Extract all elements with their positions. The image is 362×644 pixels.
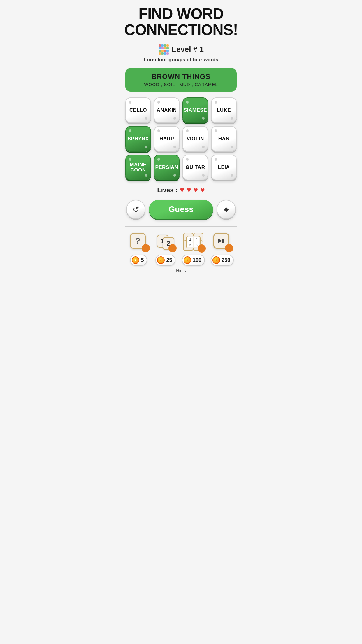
tile-mainecoon[interactable]: MAINECOON [125,155,151,180]
tile-text: SIAMESE [183,106,208,115]
erase-button[interactable]: ◆ [217,200,236,219]
dot-tl [186,158,189,161]
tile-anakin[interactable]: ANAKIN [154,97,180,123]
tile-leia[interactable]: LEIA [211,155,237,180]
tile-persian[interactable]: PERSIAN [154,155,180,180]
tile-siamese[interactable]: SIAMESE [182,97,208,123]
dot-br [202,174,205,177]
dot-br [231,117,233,120]
svg-rect-4 [159,47,161,49]
tile-violin[interactable]: VIOLIN [182,126,208,152]
dot-tl [157,101,160,104]
svg-rect-14 [164,52,166,55]
shuffle-button[interactable]: ↺ [126,200,145,219]
dot-tl [215,158,217,161]
svg-rect-15 [166,52,169,55]
hint-multi-cost: ★ 100 [182,255,205,266]
controls-row: ↺ Guess ◆ [125,200,237,219]
level-label: Level # 1 [172,45,204,54]
hint-reveal-amount: 5 [141,257,144,263]
lives-row: Lives : ♥ ♥ ♥ ♥ [157,186,205,195]
svg-rect-9 [161,50,164,52]
dot-br [173,174,176,177]
found-group-title: BROWN THINGS [131,73,231,81]
svg-rect-7 [166,47,169,49]
hint-swap-cost: ★ 25 [155,255,175,266]
tile-text: ANAKIN [156,106,177,115]
erase-icon: ◆ [224,206,229,213]
heart-1: ♥ [180,186,184,195]
dot-br [231,174,233,177]
svg-rect-12 [159,52,161,55]
svg-rect-6 [164,47,166,49]
dot-br [173,146,176,148]
tile-guitar[interactable]: GUITAR [182,155,208,180]
hint-skip[interactable]: ★ 250 [211,231,234,266]
dot-br [202,146,205,148]
svg-rect-11 [166,50,169,52]
level-row: Level # 1 [158,44,204,55]
dot-br [145,146,147,148]
hint-reveal-cost: ★ 5 [130,255,147,266]
hint-skip-amount: 250 [222,257,230,263]
hint-skip-cost: ★ 250 [211,255,234,266]
dot-br [173,117,176,120]
heart-3: ♥ [194,186,198,195]
hint-swap-amount: 25 [166,257,172,263]
svg-rect-10 [164,50,166,52]
heart-2: ♥ [187,186,191,195]
svg-rect-13 [161,52,164,55]
tile-cello[interactable]: CELLO [125,97,151,123]
app-container: FIND WORD CONNECTIONS! Level # 1 Form fo… [121,0,241,278]
tile-harp[interactable]: HARP [154,126,180,152]
dot-tl [186,101,189,104]
svg-rect-17 [222,239,224,243]
hint-swap[interactable]: 1 2 ★ 25 [155,231,176,266]
coin-icon: ★ [157,256,165,264]
num-2: 2 [187,242,193,247]
coin-icon: ★ [212,256,220,264]
tile-luke[interactable]: LUKE [211,97,237,123]
question-icon: ? [135,236,140,246]
subtitle: Form four groups of four words [144,57,218,63]
skip-icon [217,237,225,245]
found-group-words: WOOD , SOIL , MUD , CARAMEL [131,82,231,87]
word-grid: CELLO ANAKIN SIAMESE LUKE SPHYNX HARP [125,97,237,180]
dot-tl [215,101,217,104]
hint-multi-amount: 100 [193,257,201,263]
dot-br [202,117,205,120]
shuffle-icon: ↺ [133,205,139,214]
svg-rect-2 [164,44,166,47]
hint-reveal[interactable]: ? ★ 5 [128,231,149,266]
hint-skip-badge [225,244,233,252]
lives-label: Lives : [157,186,178,194]
tile-han[interactable]: HAN [211,126,237,152]
tile-text: CELLO [129,106,147,115]
dot-tl [186,130,189,132]
tile-text: MAINECOON [129,160,147,175]
dot-br [145,117,147,120]
tile-text: HAN [218,134,230,144]
tile-sphynx[interactable]: SPHYNX [125,126,151,152]
dot-tl [157,158,160,161]
hints-row: ? ★ 5 1 2 [125,231,237,266]
svg-rect-0 [159,44,161,47]
tile-text: PERSIAN [154,163,179,172]
dot-br [231,146,233,148]
guess-button[interactable]: Guess [149,200,213,219]
svg-rect-8 [159,50,161,52]
page-title: FIND WORD CONNECTIONS! [124,6,238,38]
tile-text: SPHYNX [127,134,150,144]
hint-multi-icon-wrap: 4 1 1 4 2 3 [183,231,204,252]
hints-label: Hints [125,268,237,273]
svg-rect-5 [161,47,164,49]
dot-tl [129,101,131,104]
hint-multi[interactable]: 4 1 1 4 2 3 [182,231,205,266]
tile-text: LEIA [217,163,231,172]
dot-tl [157,130,160,132]
svg-marker-16 [218,239,222,243]
tile-text: HARP [159,134,175,144]
hint-skip-icon-wrap [212,231,233,252]
found-group: BROWN THINGS WOOD , SOIL , MUD , CARAMEL [125,68,237,92]
hint-multi-badge [198,244,206,253]
